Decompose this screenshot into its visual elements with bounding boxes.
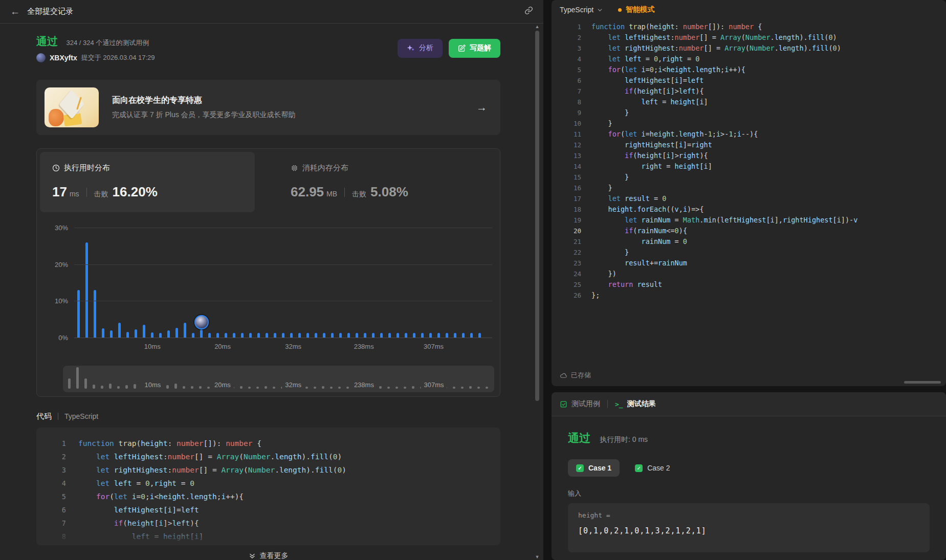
write-solution-button[interactable]: 写题解 [449, 39, 500, 58]
code-text: let rightHighest:number[] = Array(Number… [591, 43, 841, 54]
code-text: }; [591, 290, 600, 301]
memory-tab[interactable]: 消耗内存分布 62.95 MB 击败 5.08% [285, 152, 495, 212]
submit-time: 提交于 2026.03.04 17:29 [81, 53, 155, 62]
code-line: 26}; [559, 290, 946, 301]
case-2-chip[interactable]: ✓ Case 2 [627, 459, 678, 477]
runtime-unit: ms [70, 190, 79, 198]
chart-bar [413, 333, 415, 338]
chart-bar [331, 333, 334, 338]
chart-bar [470, 333, 473, 338]
divider [58, 413, 58, 420]
view-more-button[interactable]: 查看更多 [36, 549, 500, 560]
beat-label: 击败 [352, 190, 366, 199]
line-number: 21 [559, 236, 591, 247]
chart-bar [372, 333, 375, 338]
scrollbar-thumb[interactable] [535, 31, 539, 401]
code-text: let leftHighest:number[] = Array(Number.… [591, 32, 837, 43]
mini-bar [322, 386, 324, 389]
mini-bar [338, 387, 341, 389]
scroll-up-arrow[interactable]: ▲ [533, 24, 541, 30]
check-square-icon [560, 400, 567, 408]
chart-bar [356, 333, 358, 338]
line-number: 1 [42, 437, 78, 450]
mini-strip-label: 10ms [141, 380, 164, 389]
mini-bar [248, 387, 251, 389]
memory-unit: MB [326, 190, 337, 198]
clock-icon [52, 164, 60, 172]
chart-bar [429, 333, 432, 338]
code-text: let left = 0,right = 0 [591, 54, 699, 64]
language-selector[interactable]: TypeScript [560, 6, 603, 14]
mini-bar [469, 386, 472, 389]
mini-bar [117, 386, 120, 389]
submission-marker-avatar[interactable] [194, 315, 209, 329]
copy-link-icon[interactable] [524, 6, 533, 17]
line-number: 25 [559, 279, 591, 290]
chart-bar [233, 333, 235, 338]
promo-arrow-icon[interactable]: → [476, 101, 487, 114]
editor-code-area[interactable]: 1function trap(height: number[]): number… [552, 19, 946, 301]
runtime-tab[interactable]: 执行用时分布 17 ms 击败 16.20% [40, 152, 255, 212]
mini-bar [256, 387, 259, 389]
code-text: result+=rainNum [591, 258, 687, 268]
gridline [74, 264, 492, 265]
line-number: 3 [42, 463, 78, 477]
code-line: 6 leftHighest[i]=left [559, 75, 946, 86]
mini-bar [314, 387, 316, 389]
scroll-down-arrow[interactable]: ▼ [533, 554, 541, 560]
line-number: 19 [559, 215, 591, 226]
chart-bar [225, 333, 227, 338]
line-number: 17 [559, 193, 591, 204]
code-text: for(let i=height.length-1;i>-1;i--){ [591, 129, 758, 140]
chart-bar [167, 330, 170, 338]
chart-bar [306, 333, 309, 338]
line-number: 5 [559, 64, 591, 75]
mini-strip-label: 307ms [421, 380, 447, 389]
chart-bar [175, 328, 178, 338]
runtime-value: 17 [52, 184, 67, 200]
user-avatar[interactable] [36, 53, 46, 62]
mini-bar [404, 387, 406, 389]
code-line: 17 let result = 0 [559, 193, 946, 204]
chart-bar [388, 333, 391, 338]
back-arrow-icon[interactable]: ← [10, 6, 20, 17]
student-promo-banner[interactable]: 面向在校学生的专享特惠 完成认证享 7 折 Plus 会员，享受更多学业及职业成… [36, 80, 500, 135]
code-text: if(height[i]>left){ [78, 517, 199, 530]
code-line: 12 rightHighest[i]=right [559, 140, 946, 150]
x-axis-label: 20ms [214, 343, 231, 350]
x-axis-label: 238ms [354, 343, 374, 350]
line-number: 8 [559, 97, 591, 107]
mini-bar [76, 367, 79, 389]
chart-bar [405, 333, 407, 338]
username[interactable]: XBXyftx [50, 54, 77, 62]
beat-label: 击败 [94, 190, 108, 199]
chart-brush-strip[interactable]: 10ms20ms32ms238ms307ms [63, 366, 494, 392]
chart-bar [118, 323, 121, 338]
testcase-input-box[interactable]: height = [0,1,0,2,1,0,1,3,2,1,2,1] [568, 503, 930, 552]
code-text: left = height[i] [591, 97, 708, 107]
mini-bar [68, 378, 71, 389]
case-chip-row: ✓ Case 1 ✓ Case 2 [568, 459, 930, 477]
mini-bar [346, 387, 349, 389]
chart-bar [298, 333, 301, 338]
code-language: TypeScript [64, 412, 98, 420]
code-line: 7 if(height[i]>left){ [42, 517, 500, 530]
chart-bar [462, 333, 465, 338]
code-text: } [591, 118, 612, 129]
left-scrollbar[interactable]: ▲ ▼ [533, 24, 541, 560]
code-text: height.forEach((v,i)=>{ [591, 204, 704, 215]
case-1-chip[interactable]: ✓ Case 1 [568, 459, 620, 477]
mini-bar [125, 385, 128, 389]
input-label: 输入 [568, 489, 930, 498]
action-buttons: 分析 写题解 [398, 39, 500, 58]
tab-testcase[interactable]: 测试用例 [560, 399, 600, 409]
mini-bar [134, 384, 136, 389]
smart-mode-toggle[interactable]: 智能模式 [618, 5, 654, 14]
editor-horizontal-scrollbar[interactable] [904, 381, 941, 384]
input-param-name: height = [578, 511, 919, 519]
tab-test-result[interactable]: >_ 测试结果 [615, 399, 656, 409]
mini-bar [461, 387, 464, 389]
line-number: 5 [42, 490, 78, 503]
runtime-beat: 16.20% [113, 184, 158, 200]
analyze-button[interactable]: 分析 [398, 39, 443, 58]
